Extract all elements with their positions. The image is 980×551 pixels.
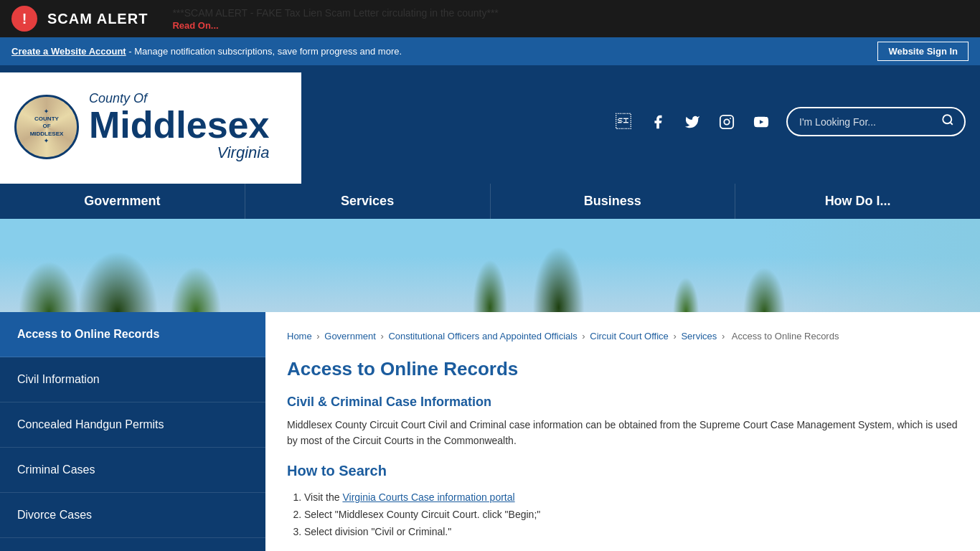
breadcrumb-constitutional-officers[interactable]: Constitutional Officers and Appointed Of… (388, 331, 577, 342)
scam-alert-bar: SCAM ALERT ***SCAM ALERT - FAKE Tax Lien… (0, 0, 980, 37)
logo-box: ✦COUNTYOFMIDDLESEX✦ County Of Middlesex … (0, 72, 301, 184)
page-title: Access to Online Records (287, 358, 958, 380)
nav-business[interactable]: Business (491, 184, 736, 219)
header-right:  (301, 107, 966, 149)
social-icons:  (613, 111, 772, 133)
step-1: Visit the Virginia Courts Case informati… (304, 489, 958, 507)
sidebar-item-criminal-cases[interactable]: Criminal Cases (0, 448, 265, 493)
account-bar-left: Create a Website Account - Manage notifi… (11, 46, 402, 57)
scam-read-on-link[interactable]: Read On... (172, 20, 498, 31)
svg-rect-0 (720, 115, 733, 128)
sidebar-item-access-online-records[interactable]: Access to Online Records (0, 312, 265, 357)
breadcrumb-sep-2: › (380, 331, 386, 342)
scam-alert-title: SCAM ALERT (47, 11, 148, 27)
main-navigation: Government Services Business How Do I... (0, 184, 980, 219)
breadcrumb: Home › Government › Constitutional Offic… (287, 329, 958, 344)
county-of-label: County Of (89, 91, 147, 105)
section1-heading: Civil & Criminal Case Information (287, 395, 958, 410)
breadcrumb-sep-4: › (673, 331, 679, 342)
breadcrumb-circuit-court[interactable]: Circuit Court Office (590, 331, 669, 342)
seal-text: ✦COUNTYOFMIDDLESEX✦ (30, 108, 64, 146)
sidebar-item-expungements[interactable]: Expungements (0, 538, 265, 551)
search-box (786, 107, 966, 136)
breadcrumb-sep-3: › (582, 331, 588, 342)
steps-list: Visit the Virginia Courts Case informati… (304, 489, 958, 540)
search-input[interactable] (788, 111, 931, 133)
account-bar: Create a Website Account - Manage notifi… (0, 37, 980, 65)
nav-services[interactable]: Services (245, 184, 491, 219)
account-bar-description: - Manage notification subscriptions, sav… (126, 46, 402, 57)
county-seal: ✦COUNTYOFMIDDLESEX✦ (14, 95, 79, 159)
breadcrumb-government[interactable]: Government (324, 331, 376, 342)
breadcrumb-services[interactable]: Services (681, 331, 717, 342)
site-header: ✦COUNTYOFMIDDLESEX✦ County Of Middlesex … (0, 65, 980, 184)
county-state: Virginia (89, 143, 269, 162)
sidebar-item-civil-information[interactable]: Civil Information (0, 357, 265, 402)
section2-heading: How to Search (287, 463, 958, 479)
section1-text: Middlesex County Circuit Court Civil and… (287, 417, 958, 449)
page-content: Home › Government › Constitutional Offic… (265, 312, 980, 551)
county-name-block: County Of Middlesex Virginia (89, 91, 269, 163)
county-name-main: Middlesex (89, 106, 269, 143)
sign-in-button[interactable]: Website Sign In (877, 42, 969, 61)
sidebar-item-divorce-cases[interactable]: Divorce Cases (0, 493, 265, 538)
breadcrumb-sep-5: › (722, 331, 727, 342)
sidebar-item-concealed-handgun-permits[interactable]: Concealed Handgun Permits (0, 402, 265, 448)
svg-point-2 (730, 118, 731, 119)
twitter-icon[interactable] (682, 111, 703, 133)
step-2: Select "Middlesex County Circuit Court. … (304, 507, 958, 524)
hero-image (0, 219, 980, 312)
facebook-icon[interactable]:  (613, 111, 634, 133)
youtube-icon[interactable] (750, 111, 772, 133)
breadcrumb-sep-1: › (316, 331, 322, 342)
svg-point-1 (724, 119, 729, 124)
sidebar: Access to Online Records Civil Informati… (0, 312, 265, 551)
scam-alert-message: ***SCAM ALERT - FAKE Tax Lien Scam Lette… (172, 7, 498, 19)
virginia-courts-link[interactable]: Virginia Courts Case information portal (342, 491, 514, 503)
breadcrumb-home[interactable]: Home (287, 331, 312, 342)
scam-alert-icon (11, 6, 37, 32)
search-button[interactable] (931, 108, 964, 135)
instagram-icon[interactable] (716, 111, 738, 133)
scam-alert-content: ***SCAM ALERT - FAKE Tax Lien Scam Lette… (172, 7, 498, 31)
nav-government[interactable]: Government (0, 184, 245, 219)
nav-how-do-i[interactable]: How Do I... (735, 184, 980, 219)
svg-point-4 (943, 115, 951, 123)
breadcrumb-current: Access to Online Records (732, 331, 839, 342)
svg-line-5 (950, 122, 952, 124)
hero-overlay (765, 219, 980, 312)
social-search-bar:  (613, 107, 966, 136)
create-account-link[interactable]: Create a Website Account (11, 46, 126, 57)
facebook-icon[interactable] (647, 111, 669, 133)
main-content: Access to Online Records Civil Informati… (0, 312, 980, 551)
step-3: Select division "Civil or Criminal." (304, 524, 958, 541)
